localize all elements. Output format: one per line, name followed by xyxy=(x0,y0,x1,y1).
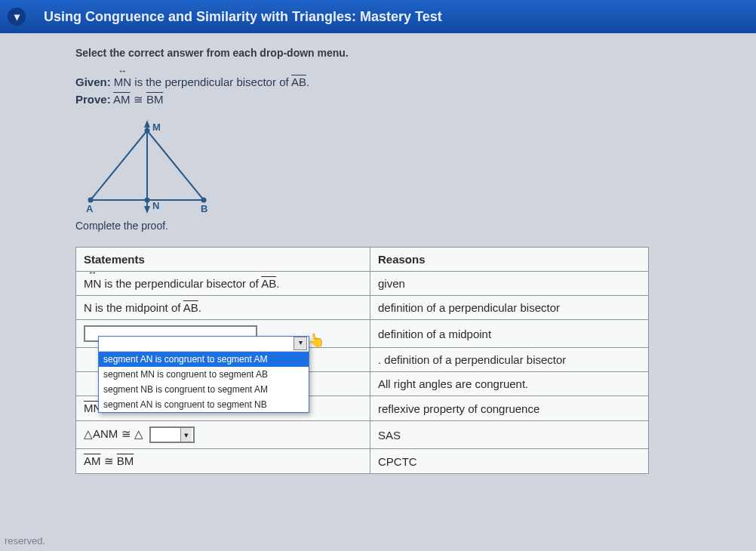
triangle-figure: A B M N xyxy=(75,117,741,215)
given-mid: is the perpendicular bisector of xyxy=(134,75,288,88)
instruction-text: Select the correct answer from each drop… xyxy=(75,47,741,59)
statement-cell: △ANM ≅ △ xyxy=(76,421,370,449)
table-header-row: Statements Reasons xyxy=(76,248,649,272)
reason-cell: . definition of a perpendicular bisector xyxy=(370,348,649,372)
triangle-dropdown[interactable] xyxy=(149,426,195,443)
vertex-a-label: A xyxy=(86,203,94,214)
reason-cell: definition of a midpoint xyxy=(370,320,649,348)
svg-line-1 xyxy=(91,131,147,200)
given-line: Given: MN is the perpendicular bisector … xyxy=(75,75,741,88)
dropdown-option[interactable]: segment AN is congruent to segment NB xyxy=(99,397,309,412)
svg-point-9 xyxy=(145,198,150,203)
svg-point-6 xyxy=(88,198,94,203)
reasons-header: Reasons xyxy=(370,248,649,272)
dropdown-option[interactable]: segment AN is congruent to segment AM xyxy=(99,352,309,367)
reason-cell: SAS xyxy=(370,421,649,449)
vertex-b-label: B xyxy=(201,203,207,214)
icon-glyph: ▾ xyxy=(14,11,20,23)
reason-cell: CPCTC xyxy=(370,449,649,474)
footer-text: reserved. xyxy=(5,535,45,546)
statement-cell: AM ≅ BM xyxy=(76,449,370,474)
reason-cell: All right angles are congruent. xyxy=(370,372,649,396)
statement-cell: N is the midpoint of AB. xyxy=(76,296,370,320)
prove-label: Prove: xyxy=(75,93,111,106)
segment-bm: BM xyxy=(146,93,164,106)
congruent-symbol: ≅ xyxy=(134,94,143,106)
svg-point-7 xyxy=(201,198,207,203)
svg-line-2 xyxy=(147,131,204,200)
page-title: Using Congruence and Similarity with Tri… xyxy=(44,9,442,25)
vertex-n-label: N xyxy=(152,200,159,211)
dropdown-option[interactable]: segment NB is congruent to segment AM xyxy=(99,382,309,397)
reason-cell: definition of a perpendicular bisector xyxy=(370,296,649,320)
statements-header: Statements xyxy=(76,248,370,272)
title-bar: ▾ Using Congruence and Similarity with T… xyxy=(0,0,756,33)
complete-proof-label: Complete the proof. xyxy=(75,220,741,232)
svg-marker-4 xyxy=(144,120,150,128)
cursor-icon: 👆 xyxy=(306,331,325,349)
reason-cell: reflexive property of congruence xyxy=(370,396,649,421)
table-row: MN is the perpendicular bisector of AB. … xyxy=(76,272,649,296)
table-row: N is the midpoint of AB. definition of a… xyxy=(76,296,649,320)
line-mn: MN xyxy=(114,75,131,88)
arrow-down-icon[interactable]: ▾ xyxy=(8,8,26,26)
svg-marker-5 xyxy=(144,206,150,214)
prove-line: Prove: AM ≅ BM xyxy=(75,93,741,106)
statement-cell: MN is the perpendicular bisector of AB. xyxy=(76,272,370,296)
reason-cell: given xyxy=(370,272,649,296)
svg-point-8 xyxy=(145,128,150,134)
vertex-m-label: M xyxy=(152,122,161,133)
dropdown-combo[interactable] xyxy=(99,337,309,352)
table-row: AM ≅ BM CPCTC xyxy=(76,449,649,474)
segment-ab: AB xyxy=(291,75,306,88)
given-label: Given: xyxy=(75,75,111,88)
segment-am: AM xyxy=(113,93,131,106)
statement-dropdown-list[interactable]: segment AN is congruent to segment AM se… xyxy=(98,336,309,413)
table-row: △ANM ≅ △ SAS xyxy=(76,421,649,449)
dropdown-option[interactable]: segment MN is congruent to segment AB xyxy=(99,367,309,382)
